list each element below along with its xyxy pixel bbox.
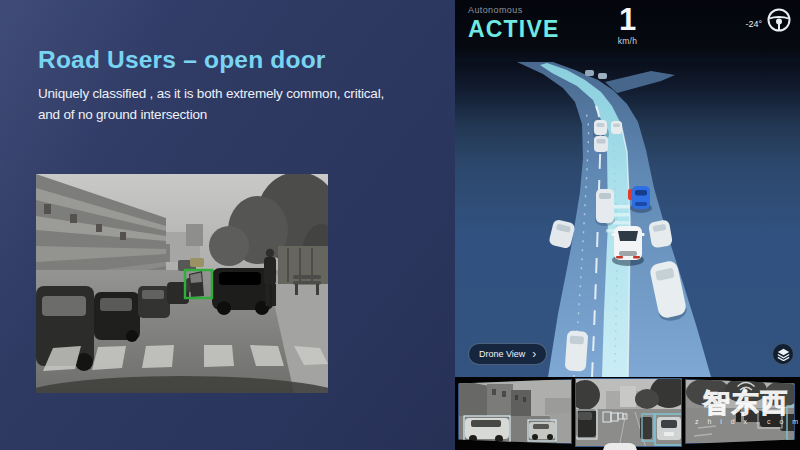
driving-hmi-panel: Autonomous ACTIVE 1 km/h -24° xyxy=(455,0,800,450)
detected-vehicle-open-door xyxy=(628,186,652,213)
slide-subtitle: Uniquely classified , as it is both extr… xyxy=(38,83,438,125)
subtitle-line-2: and of no ground intersection xyxy=(38,104,438,125)
road-scene-graphic xyxy=(455,62,800,377)
steering-angle: -24° xyxy=(745,19,762,29)
street-scene-graphic xyxy=(36,174,328,393)
drone-view-label: Drone View xyxy=(479,349,525,359)
dashcam-photo xyxy=(36,174,328,393)
hmi-status-bar: Autonomous ACTIVE 1 km/h -24° xyxy=(455,0,800,62)
camera-feed-left xyxy=(458,379,572,444)
drone-view-button[interactable]: Drone View › xyxy=(468,343,547,365)
page-title: Road Users – open door xyxy=(38,46,326,74)
slide-content: Road Users – open door Uniquely classifi… xyxy=(0,0,455,450)
ego-surround-marker xyxy=(603,443,637,450)
camera-feed-right xyxy=(685,379,795,444)
road-visualization: Drone View › xyxy=(455,62,800,377)
layers-icon xyxy=(777,348,790,361)
speed-unit: km/h xyxy=(618,36,638,46)
subtitle-line-1: Uniquely classified , as it is both extr… xyxy=(38,83,438,104)
speed-value: 1 xyxy=(618,3,638,37)
speed-block: 1 km/h xyxy=(618,3,638,46)
mode-status: ACTIVE xyxy=(468,16,560,43)
mode-label: Autonomous xyxy=(468,5,560,15)
camera-strip: 智东西 z h i d x . c o m xyxy=(455,377,800,450)
chevron-right-icon: › xyxy=(532,349,536,359)
map-layers-button[interactable] xyxy=(772,343,794,365)
steering-wheel-icon xyxy=(766,7,792,33)
ego-vehicle xyxy=(612,226,645,266)
drive-mode-block: Autonomous ACTIVE xyxy=(468,5,560,43)
steering-block: -24° xyxy=(745,7,792,33)
camera-feed-center xyxy=(575,378,682,447)
presentation-slide: Road Users – open door Uniquely classifi… xyxy=(0,0,800,450)
